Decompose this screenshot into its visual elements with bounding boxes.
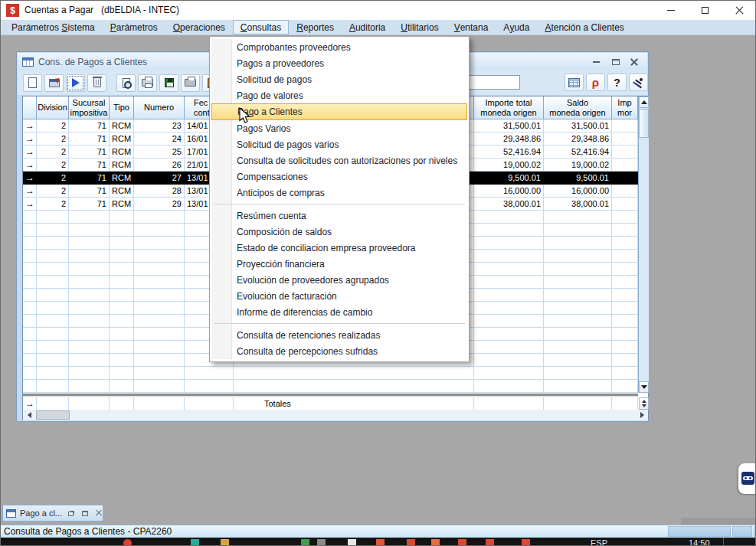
menu-item-solicitud-de-pagos-varios[interactable]: Solicitud de pagos varios [211,136,467,152]
exit-button[interactable] [629,74,648,91]
empty-row[interactable] [23,367,638,380]
child-minimize-button[interactable] [591,57,601,67]
filter-button[interactable] [586,74,605,91]
empty-row[interactable] [23,380,638,393]
menubar-item-reportes[interactable]: Reportes [289,20,342,34]
restore-button[interactable] [67,509,76,517]
menu-item-resumen-cuenta[interactable]: Resúmen cuenta [211,208,467,224]
taskbar-app-icon[interactable] [486,539,494,546]
mdi-scroll-strip[interactable] [681,518,756,525]
child-close-button[interactable] [630,57,640,67]
tray-clock[interactable]: 14:50 [689,538,710,546]
taskbar-app-icon[interactable] [407,539,415,546]
scroll-down-button[interactable] [639,381,649,393]
totals-inner-row[interactable]: Totales [23,397,638,410]
column-header-1[interactable]: Division [37,96,69,119]
application-window: $ Cuentas a Pagar (dbELDIA - INTEC) Pará… [0,0,756,546]
column-header-text: Sucursal [73,98,106,108]
menu-item-consulta-de-retenciones-realizadas[interactable]: Consulta de retenciones realizadas [211,327,467,343]
print-button[interactable] [138,74,157,92]
cell: 31,500.01 [474,119,544,132]
taskbar-app-icon[interactable] [301,539,309,546]
menu-item-pago-de-valores[interactable]: Pago de valores [211,87,467,103]
scroll-right-button[interactable] [636,410,648,420]
menu-item-anticipos-de-compras[interactable]: Anticipos de compras [211,185,467,201]
taskbar-app-icon[interactable] [191,539,199,546]
cell [134,315,185,328]
cell [110,211,134,224]
menu-item-informe-de-diferencias-de-cambio[interactable]: Informe de diferencias de cambio [211,304,467,320]
print-setup-button[interactable] [181,74,200,92]
horizontal-scrollbar[interactable] [23,410,648,420]
vertical-scroll-thumb[interactable] [639,109,649,138]
menu-item-compensaciones[interactable]: Compensaciones [211,168,467,185]
taskbar-app-icon[interactable] [221,539,229,546]
cell [69,341,110,354]
maximize-button[interactable] [81,509,90,517]
save-button[interactable] [159,74,178,92]
new-document-button[interactable] [23,74,42,92]
menubar-item-consultas[interactable]: Consultas [233,20,289,34]
menubar-item-parametros[interactable]: Parámetros [103,20,165,34]
column-header-4[interactable]: Numero [134,96,185,119]
taskbar-app-icon[interactable] [376,539,385,546]
column-header-7[interactable]: Importe totalmoneda origen [474,96,544,119]
menubar-item-auditoria[interactable]: Auditoria [342,20,393,34]
menubar-item-ayuda[interactable]: Ayuda [496,20,537,34]
teamviewer-tab[interactable] [738,463,756,494]
menu-item-comprobantes-proveedores[interactable]: Comprobantes proveedores [211,39,467,55]
cell: 71 [69,185,110,198]
column-header-8[interactable]: Saldomoneda origen [544,96,612,119]
minimize-button[interactable] [653,1,688,20]
column-header-0[interactable] [23,96,37,119]
row-indicator [23,237,37,250]
grid-view-button[interactable] [565,74,584,91]
taskbar-app-icon[interactable] [317,539,326,546]
taskbar-app-icon[interactable] [348,539,356,546]
horizontal-scroll-thumb[interactable] [36,410,70,420]
taskbar-app-icon[interactable] [522,539,530,546]
cell: 2 [37,119,69,132]
run-button[interactable] [66,74,85,92]
close-button[interactable] [95,509,103,517]
column-header-2[interactable]: Sucursalimpositiva [69,96,110,119]
menu-item-consulta-de-percepciones-sufridas[interactable]: Consulta de percepciones sufridas [211,343,467,359]
minimized-window[interactable]: Pago a cl... [2,505,103,521]
menu-item-pagos-a-proveedores[interactable]: Pagos a proveedores [211,55,467,71]
taskbar-app-icon[interactable] [123,539,132,546]
menu-item-estado-de-conciliacion-empresa-proveedora[interactable]: Estado de conciliacion empresa proveedor… [211,240,467,256]
preview-button[interactable] [116,74,136,92]
menu-item-solicitud-de-pagos[interactable]: Solicitud de pagos [211,71,467,87]
menubar-item-operaciones[interactable]: Operaciones [165,20,233,34]
menu-item-evolucion-de-facturacion[interactable]: Evolución de facturación [211,288,467,304]
modify-button[interactable] [44,74,64,92]
taskbar-app-icon[interactable] [458,539,466,546]
menubar-item-ventana[interactable]: Ventana [447,20,496,34]
delete-button[interactable] [87,74,106,92]
menu-item-consulta-de-solicitudes-con-autorizaciones-por-niveles[interactable]: Consulta de solicitudes con autorizacion… [211,152,467,168]
menu-item-composicion-de-saldos[interactable]: Composición de saldos [211,224,467,240]
scroll-left-button[interactable] [23,410,35,420]
app-icon: $ [6,4,19,17]
menubar-item-utilitarios[interactable]: Utilitarios [393,20,446,34]
menubar-item-label: Parámetros [11,22,61,33]
taskbar-app-icon[interactable] [431,539,440,546]
help-button[interactable] [607,74,627,91]
cell: 23 [134,119,185,132]
cell [612,172,638,185]
close-button[interactable] [722,1,756,20]
tray-language[interactable]: ESP [591,538,607,546]
scroll-up-button[interactable] [639,96,649,108]
menu-item-evolucion-de-proveedores-agrupados[interactable]: Evolución de proveedores agrupados [211,272,467,288]
cell: 2 [37,198,69,211]
cell [544,289,612,302]
maximize-button[interactable] [688,1,722,20]
totals-spinner[interactable] [639,397,649,410]
column-header-9[interactable]: Impmor [612,96,638,119]
vertical-scrollbar[interactable] [638,96,649,393]
menubar-item-parametros-sistema[interactable]: Parámetros Sistema [4,20,103,34]
menubar-item-atencion-a-clientes[interactable]: Atención a Clientes [537,20,631,34]
column-header-3[interactable]: Tipo [110,96,134,119]
child-maximize-button[interactable] [610,57,620,67]
menu-item-proyeccion-financiera[interactable]: Proyección financiera [211,256,467,272]
